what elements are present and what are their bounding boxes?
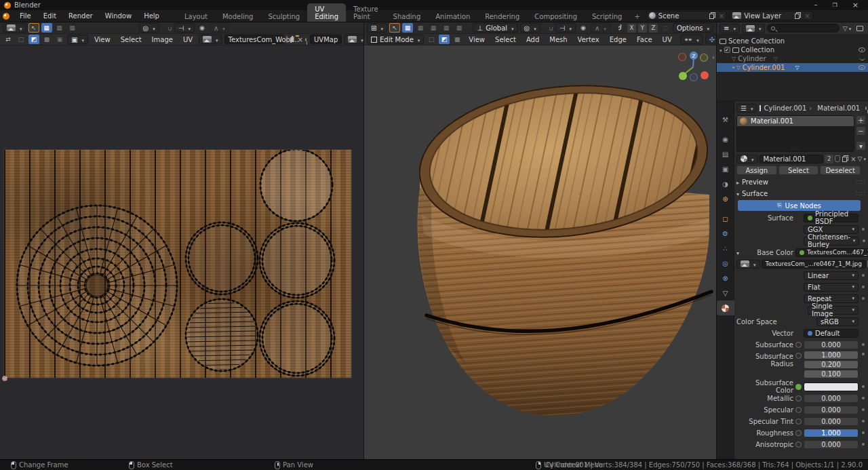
v3d-snap-target-dropdown[interactable]: ⊣ — [555, 23, 576, 33]
outliner-row-scene-collection[interactable]: Scene Collection — [717, 37, 868, 45]
resize-grip[interactable]: :::: — [737, 146, 854, 151]
extension-dropdown[interactable]: Repeat — [804, 294, 859, 303]
interpolation-dropdown[interactable]: Linear — [804, 271, 859, 280]
v3d-options-dropdown[interactable]: Options — [673, 23, 713, 33]
expander-icon[interactable] — [736, 249, 742, 256]
add-workspace-button[interactable]: + — [629, 11, 644, 22]
tab-object[interactable]: ◻ — [717, 211, 734, 226]
tab-shading[interactable]: Shading — [386, 11, 429, 22]
uv-menu-view[interactable]: View — [90, 35, 115, 44]
v3d-mirror-z-toggle[interactable]: Z — [649, 24, 658, 33]
material-slot-list[interactable]: Material.001 :::: — [736, 115, 854, 152]
tab-tool[interactable]: ⚒ — [717, 112, 734, 127]
pin-icon[interactable] — [305, 38, 307, 41]
tab-sculpting[interactable]: Sculpting — [260, 11, 307, 22]
input-socket[interactable] — [795, 442, 802, 448]
subsurface-slider[interactable]: 0.000 — [804, 340, 859, 349]
eye-closed-icon[interactable] — [859, 57, 865, 60]
eye-icon[interactable] — [859, 47, 865, 52]
outliner-type-dropdown[interactable]: ≡ — [719, 24, 740, 33]
eye-icon[interactable] — [859, 65, 865, 70]
v3d-menu-face[interactable]: Face — [633, 35, 656, 44]
base-color-field[interactable]: TexturesCom...467_1_M.jpg — [795, 248, 868, 257]
uv-menu-select[interactable]: Select — [117, 35, 146, 44]
browse-image-dropdown[interactable] — [736, 260, 760, 269]
properties-context-dropdown[interactable]: ☰ — [736, 104, 757, 113]
uv-image-browse-dropdown[interactable] — [199, 35, 222, 44]
projection-dropdown[interactable]: Flat — [804, 283, 859, 292]
outliner-search-input[interactable] — [767, 24, 840, 33]
v3d-mirror-y-toggle[interactable]: Y — [638, 24, 647, 33]
select-button[interactable]: Select — [778, 165, 819, 175]
tab-object-data[interactable]: ▽ — [717, 286, 734, 300]
uv-island-mode-button[interactable]: ▣ — [54, 35, 65, 44]
tab-scene[interactable]: ◑ — [717, 176, 734, 191]
v3d-proportional-connected-icon[interactable]: ◌ — [660, 23, 671, 33]
use-nodes-button[interactable]: ⎘Use Nodes — [738, 200, 861, 211]
v3d-menu-edge[interactable]: Edge — [606, 35, 631, 44]
collection-checkbox[interactable] — [724, 47, 730, 53]
outliner-row-collection[interactable]: Collection — [717, 45, 868, 54]
v3d-select-intersect-button[interactable]: ▦ — [454, 23, 465, 33]
new-scene-icon[interactable] — [709, 14, 714, 19]
uv-vertex-mode-button[interactable]: □ — [16, 35, 26, 44]
source-dropdown[interactable]: Single Image — [808, 306, 859, 315]
uv-menu-image[interactable]: Image — [148, 35, 177, 44]
material-name-field[interactable]: Material.001 — [760, 155, 824, 163]
color-space-dropdown[interactable]: sRGB — [816, 317, 859, 326]
tab-texture-paint[interactable]: Texture Paint — [346, 3, 386, 22]
tab-particles[interactable]: ∴ — [717, 241, 734, 256]
scene-selector[interactable]: Scene — [646, 11, 727, 20]
surface-shader-field[interactable]: Principled BSDF — [804, 214, 859, 222]
uv-map-field[interactable]: UVMap — [310, 35, 342, 44]
add-slot-button[interactable]: + — [856, 115, 866, 125]
uv-editor-type-dropdown[interactable] — [3, 23, 26, 33]
v3d-select-invert-button[interactable]: ▦ — [441, 23, 452, 33]
v3d-face-select-button[interactable]: ■ — [452, 35, 462, 44]
v3d-editor-type-dropdown[interactable]: ⊞ — [367, 23, 387, 33]
tab-compositing[interactable]: Compositing — [527, 11, 585, 22]
fake-user-icon[interactable] — [286, 36, 288, 43]
users-count-button[interactable]: 2 — [825, 155, 833, 163]
input-socket[interactable] — [795, 407, 802, 413]
uv-select-extend-button[interactable]: ▦ — [54, 23, 65, 33]
new-material-icon[interactable] — [842, 157, 847, 162]
uv-edge-mode-button[interactable]: ◩ — [28, 35, 39, 44]
menu-edit[interactable]: Edit — [38, 11, 62, 21]
v3d-pivot-dropdown[interactable]: ◎ — [520, 23, 540, 33]
assign-button[interactable]: Assign — [736, 165, 777, 175]
tab-modifiers[interactable]: ⚙ — [717, 226, 734, 241]
breadcrumb-object[interactable]: Cylinder.001 — [764, 104, 806, 112]
tab-render[interactable]: ◉ — [717, 132, 734, 146]
v3d-edge-select-button[interactable]: ◩ — [439, 35, 450, 44]
preview-section-header[interactable]: Preview :::: — [736, 177, 866, 187]
new-image-icon[interactable] — [290, 37, 292, 43]
remove-view-layer-icon[interactable] — [804, 12, 810, 20]
uv-proportional-edit-toggle[interactable]: ◉ — [197, 23, 208, 33]
v3d-tweak-tool-button[interactable]: ↖ — [389, 23, 400, 33]
tab-physics[interactable]: ◎ — [717, 256, 734, 271]
v3d-visibility-dropdown[interactable]: 👓 — [680, 35, 703, 44]
v3d-menu-uv[interactable]: UV — [658, 35, 676, 44]
browse-material-dropdown[interactable] — [736, 155, 758, 163]
v3d-select-extend-button[interactable]: ▦ — [415, 23, 426, 33]
metallic-slider[interactable]: 0.000 — [804, 394, 859, 403]
expand-icon[interactable] — [729, 66, 736, 69]
new-view-layer-icon[interactable] — [795, 14, 800, 19]
outliner-filter-dropdown[interactable]: ▽ — [842, 24, 852, 33]
remove-slot-button[interactable]: − — [856, 126, 866, 136]
radius-y-slider[interactable]: 0.200 — [804, 360, 859, 369]
menu-help[interactable]: Help — [138, 11, 165, 21]
tab-material[interactable] — [717, 300, 734, 315]
material-slot-row[interactable]: Material.001 — [737, 116, 854, 126]
uv-2d-cursor[interactable] — [0, 374, 8, 382]
tab-scripting[interactable]: Scripting — [585, 11, 629, 22]
tab-layout[interactable]: Layout — [177, 11, 215, 22]
v3d-orientation-dropdown[interactable]: ⊥Global — [473, 23, 517, 33]
sidebar-collapse-arrow[interactable]: ‹ — [712, 54, 715, 61]
tab-world[interactable]: ⊕ — [717, 191, 734, 206]
outliner-row-cylinder-001[interactable]: ▽ Cylinder.001 ▽ — [717, 63, 868, 72]
v3d-canvas[interactable]: Z ‹ — [364, 45, 716, 459]
input-socket[interactable] — [795, 395, 802, 402]
fake-user-icon[interactable] — [835, 155, 840, 162]
